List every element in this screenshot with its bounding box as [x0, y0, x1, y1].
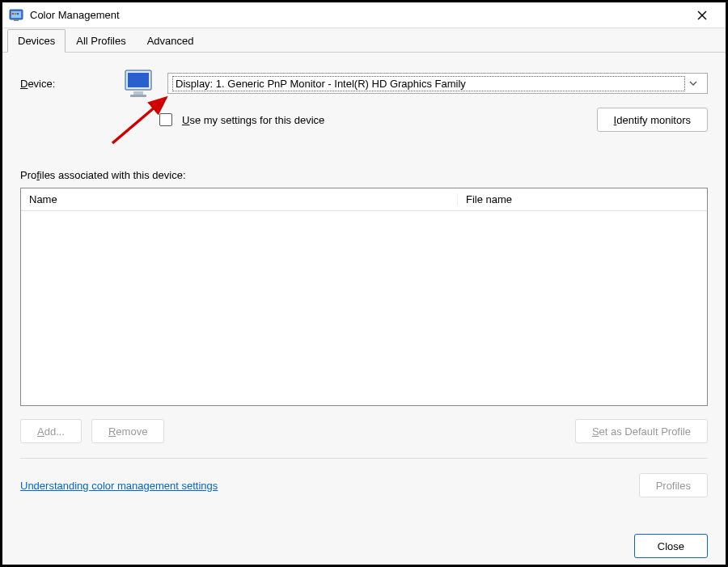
svg-point-3: [12, 12, 15, 15]
add-button[interactable]: Add...: [20, 419, 82, 443]
use-my-settings-checkbox[interactable]: [159, 113, 172, 126]
device-label: Device:: [20, 78, 93, 90]
svg-rect-9: [128, 73, 149, 87]
column-header-filename[interactable]: File name: [458, 193, 707, 205]
profiles-button[interactable]: Profiles: [639, 473, 708, 497]
help-link[interactable]: Understanding color management settings: [20, 480, 218, 492]
profiles-associated-label: Profiles associated with this device:: [20, 169, 708, 181]
svg-point-4: [15, 12, 17, 15]
tab-devices[interactable]: Devices: [7, 29, 66, 53]
set-default-profile-button[interactable]: Set as Default Profile: [575, 419, 708, 443]
close-button[interactable]: Close: [634, 534, 708, 558]
window-title: Color Management: [30, 9, 685, 21]
column-header-name[interactable]: Name: [21, 193, 458, 205]
monitor-icon: [122, 67, 154, 99]
chevron-down-icon: [684, 81, 702, 86]
profiles-list-header: Name File name: [21, 188, 707, 211]
device-dropdown[interactable]: Display: 1. Generic PnP Monitor - Intel(…: [167, 73, 708, 94]
svg-rect-11: [130, 95, 146, 97]
profiles-list[interactable]: Name File name: [20, 188, 708, 406]
use-my-settings-label: Use my settings for this device: [182, 114, 324, 126]
remove-button[interactable]: Remove: [91, 419, 164, 443]
tab-advanced[interactable]: Advanced: [137, 29, 205, 53]
profiles-list-body: [21, 211, 707, 405]
tab-strip: Devices All Profiles Advanced: [2, 28, 726, 53]
device-dropdown-value: Display: 1. Generic PnP Monitor - Intel(…: [173, 77, 684, 91]
svg-rect-10: [133, 91, 143, 95]
tab-all-profiles[interactable]: All Profiles: [66, 29, 136, 53]
color-management-icon: [9, 8, 23, 23]
svg-point-5: [17, 12, 19, 15]
close-icon: [697, 11, 707, 20]
identify-monitors-button[interactable]: Identify monitors: [597, 108, 708, 132]
close-window-button[interactable]: [685, 2, 719, 28]
separator: [20, 458, 708, 459]
titlebar: Color Management: [2, 2, 726, 28]
svg-rect-2: [14, 19, 19, 21]
